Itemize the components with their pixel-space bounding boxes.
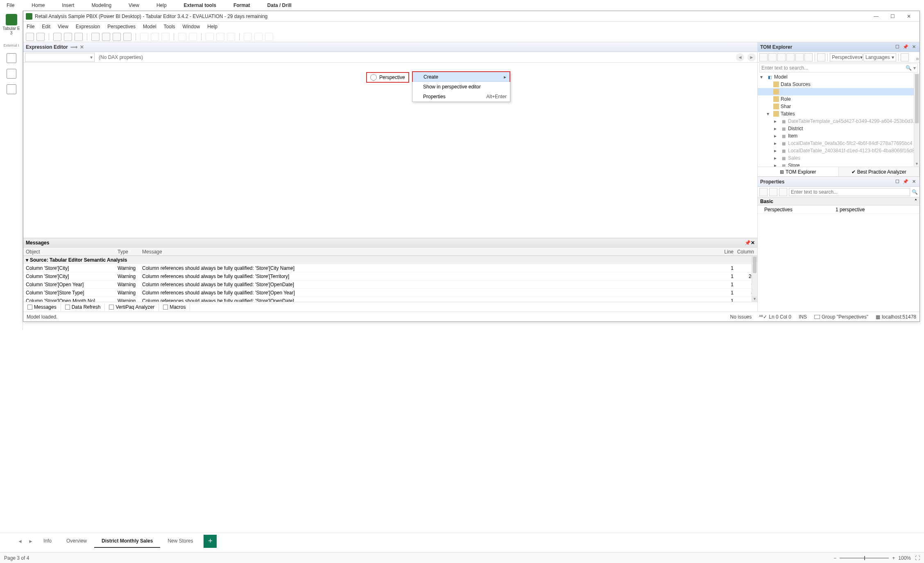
tom-tool-5[interactable] xyxy=(795,53,804,61)
props-maximize-icon[interactable]: ☐ xyxy=(894,179,901,185)
add-sheet-button[interactable]: + xyxy=(204,535,217,548)
props-search-icon[interactable]: 🔍 xyxy=(912,189,918,195)
props-tool-1[interactable] xyxy=(759,188,768,196)
maximize-button[interactable]: ☐ xyxy=(884,11,901,21)
bottom-tab-vertipaq-analyzer[interactable]: VertiPaq Analyzer xyxy=(105,303,159,311)
ribbon-tab-format[interactable]: Format xyxy=(231,2,253,9)
message-row[interactable]: Column 'Store'[City]WarningColumn refere… xyxy=(23,272,757,280)
tom-search-box[interactable]: Enter text to search... 🔍 ▾ xyxy=(759,63,918,72)
tree-scroll-down[interactable]: ▼ xyxy=(914,161,919,167)
menu-view[interactable]: View xyxy=(58,24,68,29)
scroll-down-icon[interactable]: ▼ xyxy=(752,296,757,302)
tree-node-data-sources[interactable]: Data Sources xyxy=(758,81,919,88)
tabular-editor-logo[interactable] xyxy=(6,14,17,25)
tree-scroll-thumb[interactable] xyxy=(915,74,919,123)
minimize-button[interactable]: — xyxy=(868,11,884,21)
toolbar-button-10[interactable] xyxy=(123,33,131,41)
fit-page-button[interactable]: ⛶ xyxy=(915,555,920,561)
tom-maximize-icon[interactable]: ☐ xyxy=(894,44,901,50)
props-close-icon[interactable]: ✕ xyxy=(910,179,917,185)
ribbon-tab-insert[interactable]: Insert xyxy=(59,2,77,9)
tree-node-model[interactable]: ▾◧Model xyxy=(758,73,919,81)
menu-tools[interactable]: Tools xyxy=(164,24,175,29)
context-item-show-editor[interactable]: Show in perspective editor xyxy=(412,82,510,92)
col-message[interactable]: Message xyxy=(142,249,716,255)
pin-icon[interactable]: ⟿ xyxy=(70,44,77,50)
menu-help[interactable]: Help xyxy=(207,24,217,29)
toolbar-button-4[interactable] xyxy=(64,33,72,41)
toolbar-button-1[interactable] xyxy=(36,33,45,41)
tree-node-table[interactable]: ▸▦Store xyxy=(758,162,919,167)
menu-file[interactable]: File xyxy=(27,24,34,29)
tom-pin-icon[interactable]: 📌 xyxy=(902,44,909,50)
toolbar-button-7[interactable] xyxy=(91,33,100,41)
expr-nav-back[interactable]: ◄ xyxy=(736,53,744,61)
tree-node-table[interactable]: ▸▦LocalDateTable_0eafa36c-5fc2-4b6f-84df… xyxy=(758,140,919,147)
tree-node-table[interactable]: ▸▦District xyxy=(758,125,919,132)
tom-close-icon[interactable]: ✕ xyxy=(910,44,917,50)
expression-object-dropdown[interactable]: ▾ xyxy=(25,53,95,62)
col-type[interactable]: Type xyxy=(118,249,142,255)
sheet-tab-info[interactable]: Info xyxy=(36,535,59,548)
perspectives-dropdown[interactable]: Perspectives▾ xyxy=(830,53,863,61)
message-row[interactable]: Column 'Store'[Open Year]WarningColumn r… xyxy=(23,280,757,289)
context-item-create[interactable]: Create ▸ xyxy=(413,72,510,82)
tom-tool-8[interactable] xyxy=(901,53,909,61)
props-row-perspectives[interactable]: Perspectives 1 perspective xyxy=(758,206,919,214)
sheet-tab-new-stores[interactable]: New Stores xyxy=(160,535,200,548)
col-column[interactable]: Column xyxy=(737,249,757,255)
sheet-nav-next[interactable]: ► xyxy=(25,536,36,547)
tree-node-shared[interactable]: Shar xyxy=(758,103,919,110)
props-tool-2[interactable] xyxy=(769,188,777,196)
scroll-thumb[interactable] xyxy=(753,257,756,273)
ribbon-tab-external-tools[interactable]: External tools xyxy=(181,2,219,9)
tom-tool-7[interactable] xyxy=(817,53,825,61)
tom-tree[interactable]: ▾◧ModelData SourcesRoleShar▾Tables▸▦Date… xyxy=(758,73,919,167)
tree-scrollbar[interactable]: ▲ ▼ xyxy=(914,73,919,167)
data-view-icon[interactable] xyxy=(7,69,16,79)
tree-node-selected[interactable] xyxy=(758,88,919,95)
tree-node-table[interactable]: ▸▦LocalDateTable_2403841f-d1ed-4123-bf26… xyxy=(758,147,919,154)
props-tool-3[interactable] xyxy=(779,188,787,196)
tree-node-table[interactable]: ▸▦DateTableTemplate_ca45d427-b349-4299-a… xyxy=(758,118,919,125)
ribbon-tab-help[interactable]: Help xyxy=(154,2,169,9)
menu-expression[interactable]: Expression xyxy=(76,24,100,29)
tab-best-practice[interactable]: ✔Best Practice Analyzer xyxy=(839,167,920,176)
close-button[interactable]: ✕ xyxy=(901,11,917,21)
props-category-basic[interactable]: Basic˄ xyxy=(758,197,919,206)
tree-node-table[interactable]: ▸▦Item xyxy=(758,132,919,140)
report-view-icon[interactable] xyxy=(7,53,16,63)
ribbon-tab-file[interactable]: File xyxy=(4,2,17,9)
bottom-tab-messages[interactable]: Messages xyxy=(23,303,61,311)
menu-window[interactable]: Window xyxy=(183,24,200,29)
col-object[interactable]: Object xyxy=(23,249,118,255)
search-dropdown-icon[interactable]: ▾ xyxy=(913,65,916,71)
messages-close-icon[interactable]: ✕ xyxy=(751,240,755,246)
model-view-icon[interactable] xyxy=(7,84,16,94)
zoom-out-button[interactable]: − xyxy=(833,555,836,561)
sheet-nav-prev[interactable]: ◄ xyxy=(15,536,25,547)
tree-node-roles[interactable]: Role xyxy=(758,95,919,103)
tom-tool-4[interactable] xyxy=(786,53,795,61)
tom-tool-1[interactable] xyxy=(759,53,768,61)
expr-nav-forward[interactable]: ► xyxy=(747,53,756,61)
ribbon-tab-view[interactable]: View xyxy=(126,2,142,9)
tree-node-tables[interactable]: ▾Tables xyxy=(758,110,919,118)
context-item-properties[interactable]: Properties Alt+Enter xyxy=(412,92,510,102)
bottom-tab-macros[interactable]: Macros xyxy=(159,303,190,311)
message-row[interactable]: Column 'Store'[Open Month No]WarningColu… xyxy=(23,297,757,302)
ribbon-tab-data-drill[interactable]: Data / Drill xyxy=(265,2,294,9)
menu-model[interactable]: Model xyxy=(143,24,156,29)
tree-node-table[interactable]: ▸▦Sales xyxy=(758,154,919,162)
menu-perspectives[interactable]: Perspectives xyxy=(107,24,136,29)
tab-tom-explorer[interactable]: ⊞TOM Explorer xyxy=(758,167,839,176)
toolbar-button-3[interactable] xyxy=(53,33,61,41)
dax-editor-area[interactable] xyxy=(23,63,757,238)
search-icon[interactable]: 🔍 xyxy=(906,65,912,71)
messages-source-row[interactable]: ▾Source: Tabular Editor Semantic Analysi… xyxy=(23,256,757,264)
ribbon-tab-home[interactable]: Home xyxy=(29,2,47,9)
toolbar-button-0[interactable] xyxy=(26,33,34,41)
tom-tool-6[interactable] xyxy=(804,53,813,61)
menu-edit[interactable]: Edit xyxy=(42,24,50,29)
messages-scrollbar[interactable]: ▲ ▼ xyxy=(752,256,757,302)
